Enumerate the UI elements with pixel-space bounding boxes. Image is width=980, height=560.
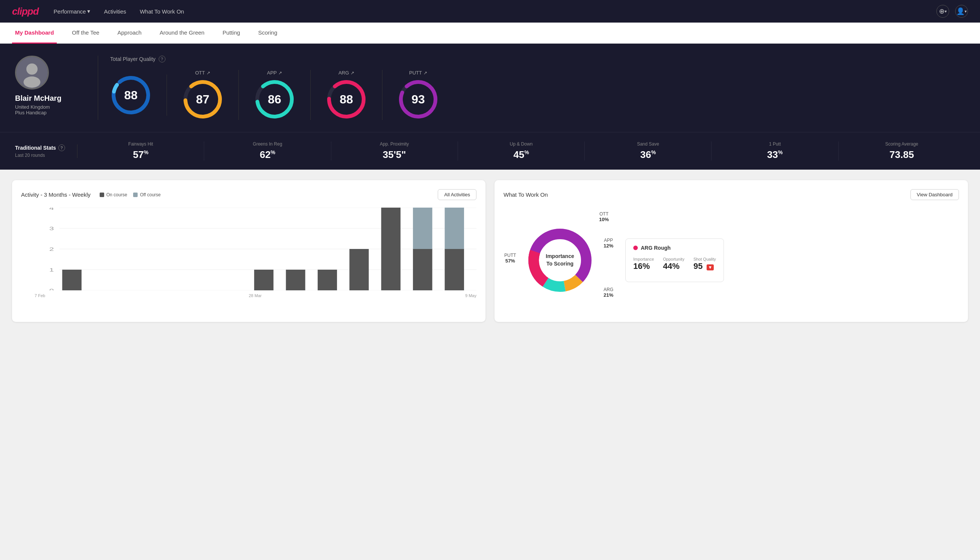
- add-button[interactable]: ⊕ ▾: [937, 5, 949, 18]
- nav-activities[interactable]: Activities: [104, 8, 126, 15]
- trend-icon: ↗: [423, 70, 427, 76]
- help-icon[interactable]: ?: [58, 144, 65, 151]
- svg-text:To Scoring: To Scoring: [546, 261, 574, 267]
- putt-score-card: PUTT ↗ 93: [383, 70, 454, 120]
- app-donut-label: APP 12%: [604, 238, 613, 248]
- putt-gauge: 93: [398, 78, 439, 120]
- info-opportunity: Opportunity 44%: [663, 257, 684, 271]
- main-content: Activity - 3 Months - Weekly On course O…: [0, 170, 980, 332]
- trend-icon: ↗: [351, 70, 354, 76]
- arg-label: ARG ↗: [338, 70, 354, 76]
- main-score-value: 88: [124, 88, 138, 102]
- tab-approach[interactable]: Approach: [114, 23, 145, 43]
- app-proximity-stat: App. Proximity 35'5": [331, 142, 458, 161]
- bar-9: [349, 249, 369, 290]
- nav-links: Performance ▾ Activities What To Work On: [54, 8, 184, 15]
- info-category-dot: [633, 246, 638, 250]
- bar-chart-svg: 4 3 2 1 0: [35, 208, 476, 290]
- score-cards: 88 OTT ↗ 87: [110, 70, 965, 120]
- app-gauge: 86: [254, 78, 295, 120]
- bar-11-on: [413, 249, 432, 290]
- plus-icon: ⊕: [939, 7, 945, 15]
- wtwo-inner: PUTT 57% OTT 10% APP 12% ARG 21%: [504, 208, 959, 313]
- legend-on-course: On course: [100, 192, 127, 197]
- app-score-value: 86: [268, 93, 281, 107]
- bar-11-off: [413, 208, 432, 249]
- donut-svg: Importance To Scoring: [522, 223, 597, 298]
- user-icon: 👤: [956, 7, 965, 15]
- svg-point-2: [24, 77, 41, 88]
- tab-off-the-tee[interactable]: Off the Tee: [69, 23, 102, 43]
- tab-scoring[interactable]: Scoring: [255, 23, 280, 43]
- wtwo-header: What To Work On View Dashboard: [504, 189, 959, 200]
- x-label-0: 7 Feb: [35, 293, 45, 298]
- bar-6: [254, 270, 273, 290]
- bar-10: [381, 208, 401, 290]
- ott-donut-label: OTT 10%: [599, 212, 609, 222]
- chevron-down-icon: ▾: [945, 9, 947, 14]
- svg-text:3: 3: [49, 226, 54, 232]
- total-player-quality-label: Total Player Quality ?: [110, 56, 965, 62]
- stat-items: Fairways Hit 57% Greens In Reg 62% App. …: [77, 142, 965, 161]
- help-icon[interactable]: ?: [159, 56, 165, 62]
- view-dashboard-button[interactable]: View Dashboard: [910, 189, 959, 200]
- ott-score-card: OTT ↗ 87: [167, 70, 239, 120]
- tab-putting[interactable]: Putting: [220, 23, 243, 43]
- info-importance: Importance 16%: [633, 257, 654, 271]
- svg-text:4: 4: [49, 208, 54, 211]
- app-label: APP ↗: [267, 70, 282, 76]
- scores-area: Total Player Quality ? 88: [98, 56, 965, 120]
- arg-gauge: 88: [326, 78, 367, 120]
- sand-save-stat: Sand Save 36%: [585, 142, 712, 161]
- putt-score-value: 93: [411, 93, 425, 107]
- traditional-stats-label: Traditional Stats ? Last 20 rounds: [15, 144, 77, 158]
- arg-donut-label: ARG 21%: [604, 287, 613, 298]
- activity-card-header: Activity - 3 Months - Weekly On course O…: [21, 189, 476, 200]
- user-button[interactable]: 👤 ▾: [955, 5, 968, 18]
- activity-card: Activity - 3 Months - Weekly On course O…: [12, 180, 486, 322]
- activity-title: Activity - 3 Months - Weekly: [21, 192, 91, 198]
- info-metrics: Importance 16% Opportunity 44% Shot Qual…: [633, 257, 716, 271]
- stats-bar: Traditional Stats ? Last 20 rounds Fairw…: [0, 132, 980, 170]
- x-label-1: 28 Mar: [249, 293, 261, 298]
- all-activities-button[interactable]: All Activities: [438, 189, 476, 200]
- stats-period: Last 20 rounds: [15, 153, 65, 158]
- hero-section: Blair McHarg United Kingdom Plus Handica…: [0, 43, 980, 132]
- tab-my-dashboard[interactable]: My Dashboard: [12, 23, 57, 43]
- arg-score-card: ARG ↗ 88: [311, 70, 383, 120]
- info-category-label: ARG Rough: [641, 245, 671, 251]
- avatar: [15, 56, 49, 90]
- player-country: United Kingdom: [15, 104, 50, 110]
- on-course-dot: [100, 193, 104, 197]
- tab-bar: My Dashboard Off the Tee Approach Around…: [0, 23, 980, 43]
- trend-icon: ↗: [206, 70, 210, 76]
- svg-text:2: 2: [49, 247, 54, 252]
- arg-score-value: 88: [339, 93, 353, 107]
- nav-what-to-work-on[interactable]: What To Work On: [140, 8, 184, 15]
- nav-performance[interactable]: Performance ▾: [54, 8, 91, 15]
- ott-score-value: 87: [196, 93, 210, 107]
- bar-12-off: [445, 208, 464, 249]
- svg-text:Importance: Importance: [546, 253, 574, 259]
- top-navigation: clippd Performance ▾ Activities What To …: [0, 0, 980, 23]
- ott-gauge: 87: [182, 78, 223, 120]
- tab-around-the-green[interactable]: Around the Green: [156, 23, 207, 43]
- player-handicap: Plus Handicap: [15, 110, 47, 115]
- greens-in-reg-stat: Greens In Reg 62%: [204, 142, 331, 161]
- brand-logo[interactable]: clippd: [12, 6, 39, 17]
- ott-label: OTT ↗: [195, 70, 210, 76]
- wtwo-title: What To Work On: [504, 192, 548, 198]
- fairways-hit-stat: Fairways Hit 57%: [77, 142, 204, 161]
- donut-chart-area: PUTT 57% OTT 10% APP 12% ARG 21%: [504, 208, 616, 313]
- chevron-down-icon: ▾: [87, 8, 90, 15]
- main-score-card: 88: [110, 75, 167, 116]
- main-gauge: 88: [110, 75, 151, 116]
- bar-chart: 4 3 2 1 0: [21, 208, 476, 290]
- x-label-2: 9 May: [465, 293, 476, 298]
- chart-legend: On course Off course: [100, 192, 161, 197]
- svg-point-1: [26, 63, 38, 75]
- player-info: Blair McHarg United Kingdom Plus Handica…: [15, 56, 98, 115]
- legend-off-course: Off course: [133, 192, 161, 197]
- bar-12-on: [445, 249, 464, 290]
- nav-left: clippd Performance ▾ Activities What To …: [12, 6, 184, 17]
